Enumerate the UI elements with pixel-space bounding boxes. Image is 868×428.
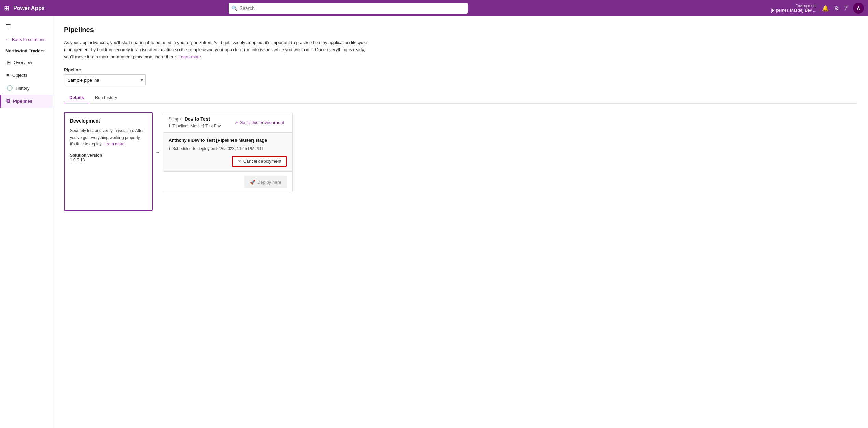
topbar-right: Environment [Pipelines Master] Dev ... 🔔… [771,3,864,14]
sidebar-item-overview[interactable]: ⊞ Overview [0,56,53,69]
environment-name: [Pipelines Master] Dev ... [771,8,816,13]
sidebar-item-label-pipelines: Pipelines [13,99,32,104]
overview-icon: ⊞ [6,59,11,66]
notification-icon[interactable]: 🔔 [822,5,829,12]
stage-name-row: Sample Dev to Test [169,116,221,122]
back-to-solutions[interactable]: ← Back to solutions [0,33,53,45]
hamburger-icon[interactable]: ☰ [0,19,53,33]
app-name: Power Apps [13,5,45,11]
history-icon: 🕐 [6,85,13,91]
stage-env-row: ℹ [Pipelines Master] Test Env [169,123,221,128]
sidebar-item-label-history: History [16,86,29,91]
stage-label: Sample [169,117,183,122]
objects-icon: ≡ [6,72,10,78]
avatar[interactable]: A [853,3,864,14]
sidebar-item-objects[interactable]: ≡ Objects [0,69,53,82]
cancel-deployment-button[interactable]: ✕ Cancel deployment [232,156,287,167]
description-text: As your app advances, you'll start shari… [64,40,367,59]
environment-label: Environment [795,4,816,8]
go-to-environment-button[interactable]: ↗ Go to this environment [232,118,287,126]
learn-more-link-desc[interactable]: Learn more [179,54,201,59]
cancel-deploy-label: Cancel deployment [243,159,281,164]
stage-env-name: [Pipelines Master] Test Env [172,124,221,128]
go-to-env-label: Go to this environment [239,120,284,125]
schedule-info-icon: ℹ [169,146,170,151]
sidebar-item-label-overview: Overview [14,60,32,65]
dev-box-title: Development [70,118,146,124]
pipeline-select[interactable]: Sample pipeline [64,74,146,85]
rocket-icon: 🚀 [250,180,255,185]
back-arrow-icon: ← [5,37,10,42]
tabs: Details Run history [64,92,857,104]
dev-box-description: Securely test and verify in isolation. A… [70,128,146,147]
settings-icon[interactable]: ⚙ [834,5,839,12]
main-content: Pipelines As your app advances, you'll s… [53,16,868,428]
app-layout: ☰ ← Back to solutions Northwind Traders … [0,16,868,428]
arrow-wrap: → [153,112,163,155]
external-link-icon: ↗ [234,120,238,125]
arrow-icon: → [155,149,160,155]
search-input[interactable] [229,3,468,14]
topbar: ⊞ Power Apps 🔍 Environment [Pipelines Ma… [0,0,868,16]
pipeline-label: Pipeline [64,67,857,72]
page-description: As your app advances, you'll start shari… [64,39,371,60]
scheduled-row: ℹ Scheduled to deploy on 5/26/2023, 11:4… [169,146,287,151]
stage-header-left: Sample Dev to Test ℹ [Pipelines Master] … [169,116,221,128]
deploy-here-label: Deploy here [257,180,281,185]
tab-details[interactable]: Details [64,92,89,103]
app-logo: Power Apps [13,5,75,11]
environment-info: Environment [Pipelines Master] Dev ... [771,4,816,13]
learn-more-link-dev[interactable]: Learn more [103,142,124,146]
sidebar-item-label-objects: Objects [12,73,27,78]
waffle-icon[interactable]: ⊞ [4,4,9,12]
stage-box: Sample Dev to Test ℹ [Pipelines Master] … [163,112,293,192]
sidebar-item-history[interactable]: 🕐 History [0,82,53,95]
pipeline-diagram: Development Securely test and verify in … [64,112,857,211]
dev-box: Development Securely test and verify in … [64,112,153,211]
pipeline-select-wrap: Sample pipeline ▾ [64,74,146,85]
tab-run-history[interactable]: Run history [89,92,123,103]
search-icon: 🔍 [231,5,237,11]
solution-version-value: 1.0.0.13 [70,158,146,162]
sidebar-section-title: Northwind Traders [0,45,53,56]
cancel-x-icon: ✕ [238,159,241,164]
info-icon: ℹ [169,123,170,128]
stage-name: Dev to Test [185,116,210,122]
stage-content-title: Anthony's Dev to Test [Pipelines Master]… [169,138,287,143]
page-title: Pipelines [64,26,857,34]
scheduled-text: Scheduled to deploy on 5/26/2023, 11:45 … [172,146,264,151]
stage-content: Anthony's Dev to Test [Pipelines Master]… [163,133,292,172]
stage-header: Sample Dev to Test ℹ [Pipelines Master] … [163,112,292,133]
pipelines-icon: ⧉ [6,98,10,104]
solution-version-label: Solution version [70,153,146,158]
sidebar: ☰ ← Back to solutions Northwind Traders … [0,16,53,428]
stage-footer: 🚀 Deploy here [163,172,292,192]
help-icon[interactable]: ? [844,5,848,11]
sidebar-item-pipelines[interactable]: ⧉ Pipelines [0,95,53,108]
search-container: 🔍 [229,3,468,14]
deploy-here-button: 🚀 Deploy here [244,176,287,188]
back-to-solutions-label: Back to solutions [12,37,45,42]
